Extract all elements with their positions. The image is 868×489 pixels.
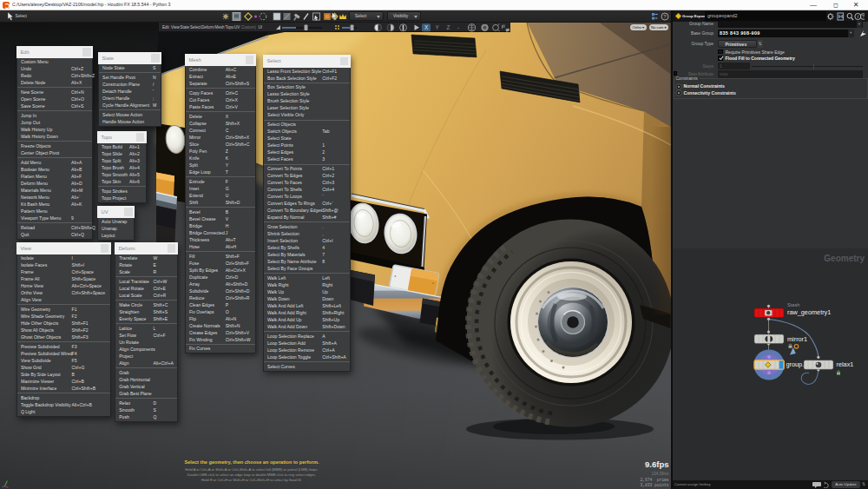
- svg-text:Z: Z: [447, 24, 450, 30]
- svg-text:?: ?: [663, 14, 667, 19]
- svg-text:Y: Y: [435, 24, 439, 30]
- svg-text:raw_geometry1: raw_geometry1: [787, 308, 831, 316]
- svg-text:relax1: relax1: [837, 360, 854, 368]
- svg-text:mirror1: mirror1: [787, 335, 807, 343]
- svg-text:Stash: Stash: [787, 302, 799, 307]
- svg-text:-: -: [457, 24, 459, 30]
- svg-text:⇄: ⇄: [506, 27, 510, 31]
- svg-text:i: i: [858, 14, 859, 19]
- svg-text:?: ?: [862, 14, 865, 19]
